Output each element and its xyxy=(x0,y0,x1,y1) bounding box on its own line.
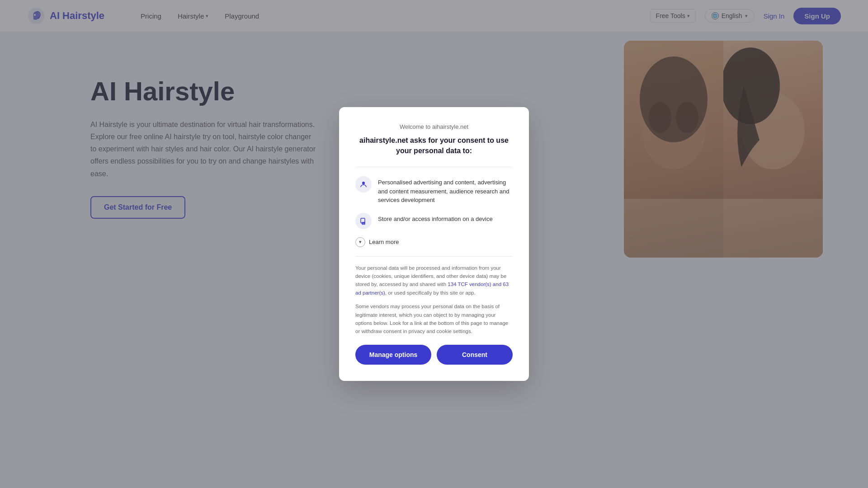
modal-body-text-2: Some vendors may process your personal d… xyxy=(355,302,513,336)
learn-more-chevron-icon: ▾ xyxy=(355,237,365,247)
consent-device-icon xyxy=(355,213,372,229)
learn-more-label: Learn more xyxy=(369,239,399,245)
modal-welcome-text: Welcome to aihairstyle.net xyxy=(355,123,513,130)
consent-person-icon xyxy=(355,176,372,192)
consent-modal: Welcome to aihairstyle.net aihairstyle.n… xyxy=(339,107,529,380)
modal-body-text-1: Your personal data will be processed and… xyxy=(355,264,513,297)
consent-item-1: Personalised advertising and content, ad… xyxy=(355,176,513,205)
vendor-link[interactable]: 134 TCF vendor(s) and 63 ad partner(s) xyxy=(355,282,509,295)
modal-actions: Manage options Consent xyxy=(355,345,513,365)
modal-divider-top xyxy=(355,167,513,167)
consent-text-2: Store and/or access information on a dev… xyxy=(378,213,493,224)
consent-item-2: Store and/or access information on a dev… xyxy=(355,213,513,229)
consent-button[interactable]: Consent xyxy=(437,345,513,365)
learn-more-row[interactable]: ▾ Learn more xyxy=(355,237,513,247)
manage-options-button[interactable]: Manage options xyxy=(355,345,431,365)
consent-text-1: Personalised advertising and content, ad… xyxy=(378,176,513,205)
modal-divider-middle xyxy=(355,256,513,257)
svg-point-10 xyxy=(362,182,365,184)
consent-overlay: Welcome to aihairstyle.net aihairstyle.n… xyxy=(0,0,868,488)
modal-title: aihairstyle.net asks for your consent to… xyxy=(355,136,513,156)
